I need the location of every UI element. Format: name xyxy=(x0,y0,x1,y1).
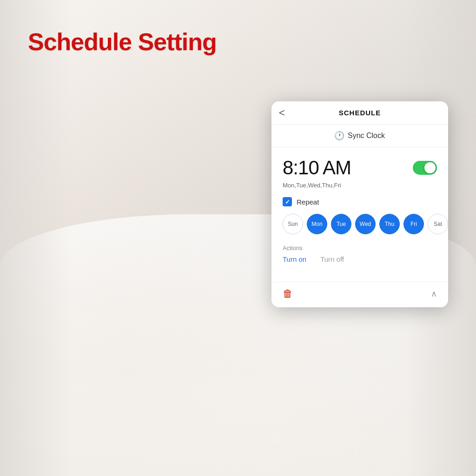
page-title: Schedule Setting xyxy=(28,28,217,56)
days-row: SunMonTueWedThuFriSat xyxy=(283,214,437,234)
day-bubble-sat[interactable]: Sat xyxy=(428,214,448,234)
sync-clock-row[interactable]: 🕐 Sync Clock xyxy=(271,125,448,147)
sync-clock-label: Sync Clock xyxy=(348,132,385,140)
collapse-icon[interactable]: ∧ xyxy=(431,289,437,299)
repeat-checkbox[interactable]: ✓ xyxy=(283,197,292,206)
day-bubble-fri[interactable]: Fri xyxy=(403,214,424,234)
card-body: 8:10 AM Mon,Tue,Wed,Thu,Fri ✓ Repeat Sun… xyxy=(271,147,448,282)
toggle-thumb xyxy=(424,162,436,173)
checkbox-check-icon: ✓ xyxy=(285,198,290,205)
curtain-left xyxy=(0,0,72,476)
actions-row: Turn on Turn off xyxy=(283,255,437,263)
toggle-switch[interactable] xyxy=(413,161,437,175)
day-bubble-wed[interactable]: Wed xyxy=(355,214,376,234)
days-active-text: Mon,Tue,Wed,Thu,Fri xyxy=(283,182,437,189)
time-display[interactable]: 8:10 AM xyxy=(283,157,351,179)
card-header: < SCHEDULE xyxy=(271,101,448,125)
actions-label: Actions xyxy=(283,245,437,251)
repeat-label: Repeat xyxy=(297,198,319,206)
turn-on-button[interactable]: Turn on xyxy=(283,255,306,263)
day-bubble-mon[interactable]: Mon xyxy=(307,214,327,234)
phone-card: < SCHEDULE 🕐 Sync Clock 8:10 AM Mon,Tue,… xyxy=(271,101,448,307)
header-title: SCHEDULE xyxy=(339,109,381,117)
day-bubble-thu[interactable]: Thu xyxy=(379,214,400,234)
clock-icon: 🕐 xyxy=(335,131,344,140)
card-footer: 🗑 ∧ xyxy=(271,282,448,307)
day-bubble-tue[interactable]: Tue xyxy=(331,214,351,234)
time-row: 8:10 AM xyxy=(283,157,437,179)
turn-off-button[interactable]: Turn off xyxy=(320,255,344,263)
back-button[interactable]: < xyxy=(279,107,285,119)
repeat-row: ✓ Repeat xyxy=(283,197,437,206)
trash-icon[interactable]: 🗑 xyxy=(283,288,293,300)
day-bubble-sun[interactable]: Sun xyxy=(283,214,303,234)
